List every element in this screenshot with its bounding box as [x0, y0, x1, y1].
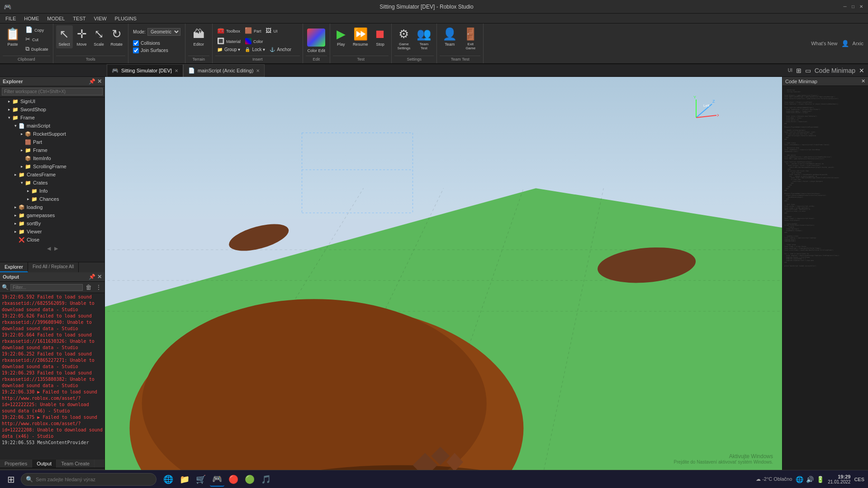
taskbar-app-files[interactable]: 📁 [177, 472, 192, 487]
expand-gamepasses[interactable]: ▸ [13, 213, 18, 218]
team-create-tab[interactable]: Team Create [57, 460, 95, 468]
tree-item-loading[interactable]: ▸ 📦 loading [0, 203, 104, 211]
tree-item-cratesframe[interactable]: ▸ 📁 CratesFrame [0, 171, 104, 179]
tree-scroll-right[interactable]: ▶ [54, 246, 58, 251]
paste-button[interactable]: 📋 Paste [3, 25, 23, 48]
filter-input[interactable] [2, 88, 103, 95]
close-code-minimap[interactable]: ✕ [859, 67, 864, 74]
tab-sitting-simulator-close[interactable]: ✕ [175, 68, 178, 73]
output-close-icon[interactable]: ✕ [97, 274, 102, 280]
color-button[interactable]: Color [243, 37, 265, 45]
tree-item-frame[interactable]: ▾ 📁 Frame [0, 114, 104, 122]
whats-new-button[interactable]: What's New [811, 41, 837, 46]
select-button[interactable]: ↖ Select [56, 25, 73, 48]
expand-frame[interactable]: ▾ [6, 115, 12, 120]
tree-item-gamepasses[interactable]: ▸ 📁 gamepasses [0, 211, 104, 219]
team-test-button[interactable]: 👥 TeamTest [414, 25, 434, 52]
output-clear-button[interactable]: 🗑 [85, 283, 93, 292]
tree-item-viewer[interactable]: ▸ 📁 Viewer [0, 227, 104, 236]
tree-item-sortby[interactable]: ▸ 📁 sortBy [0, 219, 104, 227]
viewport[interactable]: Z X Y Left Aktivujte Windows Prejdite do… [105, 77, 782, 478]
expand-rocketsupport[interactable]: ▸ [19, 132, 24, 136]
tree-item-info[interactable]: ▸ 📁 Info [0, 187, 104, 195]
maximize-button[interactable]: □ [850, 4, 856, 10]
collisions-checkbox-row[interactable]: Collisions [133, 40, 180, 46]
expand-viewer[interactable]: ▸ [13, 229, 18, 234]
menu-test[interactable]: TEST [69, 15, 89, 22]
collisions-checkbox[interactable] [133, 40, 139, 46]
tree-item-iteminfo[interactable]: 📦 ItemInfo [0, 154, 104, 162]
taskbar-search-bar[interactable]: 🔍 [21, 473, 157, 486]
properties-tab[interactable]: Properties [0, 460, 32, 468]
color-edit-button[interactable] [307, 28, 325, 47]
tree-item-mainscript[interactable]: ▾ 📄 mainScript [0, 122, 104, 130]
tab-sitting-simulator[interactable]: 🎮 Sitting Simulator [DEV] ✕ [107, 64, 183, 77]
battery-icon[interactable]: 🔋 [816, 476, 824, 483]
expand-frame2[interactable]: ▸ [19, 148, 24, 152]
network-icon[interactable]: 🌐 [796, 476, 803, 483]
tree-item-close[interactable]: ❌ Close [0, 236, 104, 244]
taskbar-start-button[interactable]: ⊞ [4, 472, 18, 487]
taskbar-app-edge[interactable]: 🌐 [161, 472, 175, 487]
tree-item-scrollingframe[interactable]: ▸ 📁 ScrollingFrame [0, 162, 104, 171]
scale-button[interactable]: ⤡ Scale [91, 25, 107, 48]
game-settings-button[interactable]: ⚙ GameSettings [394, 25, 413, 52]
expand-chances[interactable]: ▸ [25, 197, 31, 201]
expand-signui[interactable]: ▸ [6, 99, 12, 104]
expand-scrollingframe[interactable]: ▸ [19, 164, 24, 169]
toolbox-button[interactable]: 🧰 Toolbox [215, 26, 242, 35]
tree-scroll-left[interactable]: ◀ [47, 246, 51, 251]
panel-button[interactable]: ▭ [805, 67, 811, 74]
close-button[interactable]: ✕ [858, 4, 864, 10]
tree-item-rocketsupport[interactable]: ▸ 📦 RocketSupport [0, 130, 104, 138]
tree-item-chances[interactable]: ▸ 📁 Chances [0, 195, 104, 203]
minimize-button[interactable]: ─ [842, 4, 848, 10]
ui-button-right[interactable]: UI [788, 68, 792, 73]
output-filter-input[interactable] [10, 284, 83, 291]
output-tab[interactable]: Output [32, 460, 57, 468]
move-button[interactable]: ✛ Move [74, 25, 90, 48]
menu-home[interactable]: HOME [20, 15, 43, 22]
taskbar-app-red[interactable]: 🔴 [226, 472, 241, 487]
taskbar-app-green[interactable]: 🟢 [242, 472, 257, 487]
rotate-button[interactable]: ↻ Rotate [108, 25, 126, 48]
team-button[interactable]: 👤 Team [440, 25, 460, 48]
terrain-editor-button[interactable]: 🏔 Editor [190, 25, 207, 48]
menu-view[interactable]: VIEW [90, 15, 110, 22]
expand-crates[interactable]: ▾ [19, 180, 24, 185]
expand-swordshop[interactable]: ▸ [6, 107, 12, 112]
menu-file[interactable]: FILE [2, 15, 19, 22]
menu-plugins[interactable]: PLUGINS [111, 15, 140, 22]
join-surfaces-checkbox-row[interactable]: Join Surfaces [133, 47, 180, 53]
ui-button[interactable]: 🖼 UI [264, 26, 280, 35]
tab-main-script[interactable]: 📄 mainScript (Arxic Editing) ✕ [183, 64, 265, 77]
grid-view-button[interactable]: ⊞ [796, 67, 802, 74]
expand-cratesframe[interactable]: ▸ [13, 172, 18, 177]
menu-model[interactable]: MODEL [43, 15, 68, 22]
play-button[interactable]: ▶ Play [333, 25, 349, 48]
tree-item-frame2[interactable]: ▸ 📁 Frame [0, 146, 104, 154]
minimap-close-icon[interactable]: ✕ [861, 78, 865, 84]
join-surfaces-checkbox[interactable] [133, 47, 139, 53]
material-button[interactable]: 🔳 Material [215, 37, 242, 45]
output-pin-icon[interactable]: 📌 [89, 274, 95, 280]
taskbar-app-roblox[interactable]: 🎮 [210, 472, 224, 487]
group-dropdown-button[interactable]: 📁 Group ▾ [215, 46, 242, 53]
expand-sortby[interactable]: ▸ [13, 221, 18, 226]
stop-button[interactable]: ⏹ Stop [371, 25, 389, 48]
tree-item-part[interactable]: 🟫 Part [0, 138, 104, 146]
copy-button[interactable]: 📄 Copy [24, 25, 50, 34]
duplicate-button[interactable]: ⧉ Duplicate [24, 44, 50, 53]
expand-loading[interactable]: ▸ [13, 205, 18, 209]
language-indicator[interactable]: CES [854, 477, 864, 482]
part-button[interactable]: 🟫 Part [243, 26, 263, 35]
find-replace-tab[interactable]: Find All / Replace All [28, 262, 79, 272]
tab-main-script-close[interactable]: ✕ [256, 68, 260, 73]
taskbar-app-store[interactable]: 🛒 [194, 472, 208, 487]
lock-dropdown-button[interactable]: 🔒 Lock ▾ [243, 46, 267, 53]
explorer-tab[interactable]: Explorer [0, 262, 28, 272]
resume-button[interactable]: ⏩ Resume [350, 25, 371, 48]
explorer-pin-icon[interactable]: 📌 [89, 78, 95, 85]
taskbar-app-spotify[interactable]: 🎵 [259, 472, 273, 487]
exit-game-button[interactable]: 🚪 ExitGame [460, 25, 480, 52]
